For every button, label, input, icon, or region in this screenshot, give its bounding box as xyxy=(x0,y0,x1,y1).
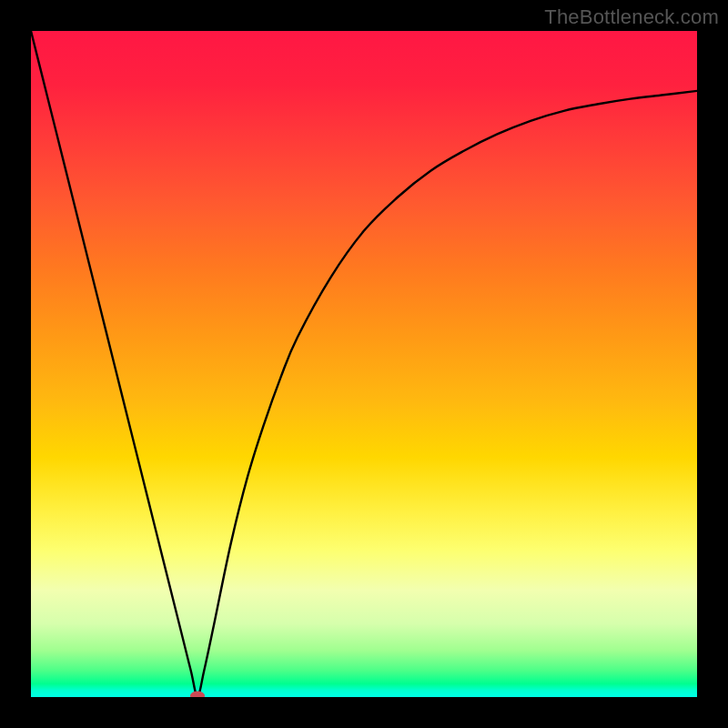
chart-frame: TheBottleneck.com xyxy=(0,0,728,728)
minimum-marker xyxy=(190,692,205,697)
chart-svg xyxy=(31,31,697,697)
watermark-text: TheBottleneck.com xyxy=(544,5,719,29)
curve-line xyxy=(31,31,697,696)
plot-area xyxy=(31,31,697,697)
